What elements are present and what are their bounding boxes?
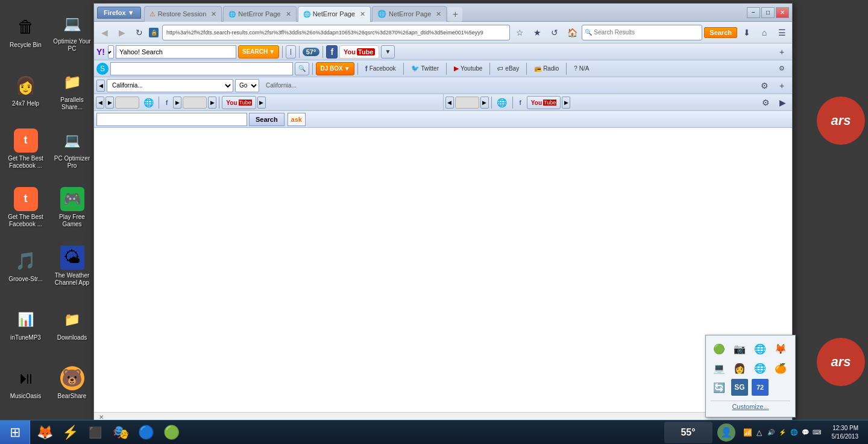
taskbar-weather-widget[interactable]: 55° xyxy=(664,422,712,443)
tab-neterror-3[interactable]: 🌐 NetError Page ✕ xyxy=(372,6,447,22)
ask-arrow-end[interactable]: ▶ xyxy=(208,97,216,109)
bm-youtube[interactable]: ▶ Youtube xyxy=(450,63,486,74)
ask-r-fb-link[interactable]: f xyxy=(515,98,526,108)
go-select[interactable]: Go xyxy=(235,79,259,92)
ask-r-yt-link[interactable]: YouTube xyxy=(527,96,561,109)
pc-optimizer-pro-icon[interactable]: 💻 PC Optimizer Pro xyxy=(49,120,95,177)
musicoasis-icon[interactable]: ⏯ MusicOasis xyxy=(3,354,48,411)
ask-arrow-right[interactable]: ▶ xyxy=(105,97,114,109)
tray-popup-icon-10[interactable]: 72 xyxy=(752,379,769,396)
ask-r-arrow-r[interactable]: ▶ xyxy=(480,97,489,109)
help-icon[interactable]: 👩 24x7 Help xyxy=(3,62,48,119)
ask-arrow-r2[interactable]: ▶ xyxy=(173,97,181,109)
ask-r-arrow-l[interactable]: ◀ xyxy=(445,97,454,109)
tray-network-icon[interactable]: 📶 xyxy=(743,428,753,437)
bookmark-filled-icon[interactable]: ★ xyxy=(529,25,545,40)
yahoo-more-btn[interactable]: ▼ xyxy=(381,45,395,59)
tray-icon-3[interactable]: ⚡ xyxy=(778,428,787,437)
bm-twitter[interactable]: 🐦 Twitter xyxy=(407,63,443,74)
location-select[interactable]: California... xyxy=(107,79,233,92)
taskbar-user-avatar[interactable]: 👤 xyxy=(717,423,735,442)
home-btn2[interactable]: ⌂ xyxy=(756,25,772,40)
recycle-bin-icon[interactable]: 🗑 Recycle Bin xyxy=(3,3,48,60)
tray-popup-icon-7[interactable]: 🍊 xyxy=(772,360,789,376)
tray-popup-icon-4[interactable]: 💻 xyxy=(711,360,728,376)
taskbar-clock[interactable]: 12:30 PM 5/16/2013 xyxy=(827,424,864,441)
optimize-pc-icon[interactable]: 💻 Optimize Your PC xyxy=(49,3,95,60)
bm-facebook[interactable]: f Facebook xyxy=(361,63,400,75)
start-button[interactable]: ⊞ xyxy=(0,420,30,445)
skype-settings-btn[interactable]: ⚙ xyxy=(774,61,790,77)
location-plus-icon[interactable]: + xyxy=(774,78,790,94)
ask-logo[interactable]: ask xyxy=(288,113,306,126)
tray-icon-4[interactable]: 🌐 xyxy=(789,428,799,437)
taskbar-avast[interactable]: ⚡ xyxy=(58,422,82,443)
search-button[interactable]: Search xyxy=(704,27,737,38)
ask-r-arrow-end[interactable]: ▶ xyxy=(562,97,570,109)
scroll-thumb-right[interactable] xyxy=(455,97,479,109)
tray-keyboard-icon[interactable]: ⌨ xyxy=(812,428,822,437)
taskbar-app-4[interactable]: 🎭 xyxy=(108,422,133,443)
tray-popup-icon-9[interactable]: SG xyxy=(731,379,748,396)
ask-settings-icon[interactable]: ⚙ xyxy=(758,95,773,110)
bookmark-star-icon[interactable]: ☆ xyxy=(512,25,527,40)
parallels-icon[interactable]: 📁 Parallels Share... xyxy=(49,62,95,119)
tray-popup-customize-link[interactable]: Customize... xyxy=(711,401,790,412)
yahoo-plus-btn[interactable]: + xyxy=(774,44,790,60)
djbox-button[interactable]: DJ BOX ▼ xyxy=(316,62,354,75)
skype-search-input[interactable] xyxy=(110,62,293,75)
maximize-button[interactable]: □ xyxy=(761,7,775,18)
yahoo-dropdown[interactable] xyxy=(108,45,114,59)
facebook-app-2-icon[interactable]: t Get The Best Facebook ... xyxy=(3,179,48,236)
ask-search-input[interactable] xyxy=(96,113,247,126)
forward-button[interactable]: ▶ xyxy=(114,25,130,40)
reload-stop-button[interactable]: ↺ xyxy=(547,25,562,40)
tray-popup-icon-0[interactable]: 🟢 xyxy=(711,340,728,357)
tray-popup-icon-1[interactable]: 📷 xyxy=(731,340,748,357)
downloads-icon[interactable]: 📁 Downloads xyxy=(49,296,95,353)
ask-youtube-link[interactable]: YouTube xyxy=(222,96,256,109)
bearshare-icon[interactable]: 🐻 BearShare xyxy=(49,354,95,411)
minimize-button[interactable]: − xyxy=(747,7,760,18)
intunemp3-icon[interactable]: 📊 inTuneMP3 xyxy=(3,296,48,353)
yahoo-search-input[interactable] xyxy=(116,45,236,59)
go-section-arrow[interactable]: ◀ xyxy=(96,80,105,92)
new-tab-button[interactable]: + xyxy=(448,7,462,22)
tab-close-2[interactable]: ✕ xyxy=(360,10,365,18)
taskbar-app-5[interactable]: 🔵 xyxy=(134,422,158,443)
ask-arrow-left[interactable]: ◀ xyxy=(96,97,104,109)
globe-icon-left[interactable]: 🌐 xyxy=(140,95,156,110)
tab-close-0[interactable]: ✕ xyxy=(211,10,216,18)
search-input[interactable] xyxy=(594,29,699,36)
games-icon[interactable]: 🎮 Play Free Games xyxy=(49,179,95,236)
yt-icon-btn[interactable]: YouTube xyxy=(339,45,379,59)
tray-popup-icon-8[interactable]: 🔄 xyxy=(711,379,728,396)
ask-arrow-expand[interactable]: ▶ xyxy=(775,95,790,110)
facebook-app-1-icon[interactable]: t Get The Best Facebook ... xyxy=(3,120,48,177)
globe-icon-right[interactable]: 🌐 xyxy=(494,95,510,110)
tab-restore-session[interactable]: ⚠ Restore Session ✕ xyxy=(144,6,222,22)
tab-close-1[interactable]: ✕ xyxy=(286,10,291,18)
bm-na[interactable]: ? N/A xyxy=(570,63,593,74)
fb-icon-btn[interactable]: f xyxy=(326,45,338,59)
tab-neterror-2[interactable]: 🌐 NetError Page ✕ xyxy=(298,6,371,22)
close-button[interactable]: ✕ xyxy=(776,7,789,18)
reload-button[interactable]: ↻ xyxy=(131,25,147,40)
back-button[interactable]: ◀ xyxy=(96,25,112,40)
location-settings-icon[interactable]: ⚙ xyxy=(756,78,772,94)
home-button[interactable]: 🏠 xyxy=(564,25,580,40)
yahoo-tools[interactable]: | xyxy=(286,45,296,59)
taskbar-app-6[interactable]: 🟢 xyxy=(159,422,183,443)
ask-arrow-yt[interactable]: ▶ xyxy=(257,97,266,109)
tray-expand-icon[interactable]: △ xyxy=(755,428,764,437)
tray-popup-icon-5[interactable]: 👩 xyxy=(731,360,748,376)
tray-icon-2[interactable]: 🔊 xyxy=(766,428,776,437)
groove-icon[interactable]: 🎵 Groove-Str... xyxy=(3,237,48,294)
ask-search-button[interactable]: Search xyxy=(249,113,285,126)
ask-fb-link[interactable]: f xyxy=(162,98,172,108)
firefox-menu-button[interactable]: Firefox ▼ xyxy=(97,7,141,19)
url-bar[interactable]: http%3a%2f%2fdts.search-results.com%2fsr… xyxy=(162,25,510,40)
bm-radio[interactable]: 📻 Radio xyxy=(530,63,563,74)
taskbar-firefox[interactable]: 🦊 xyxy=(33,422,57,443)
tray-popup-icon-3[interactable]: 🦊 xyxy=(772,340,789,357)
